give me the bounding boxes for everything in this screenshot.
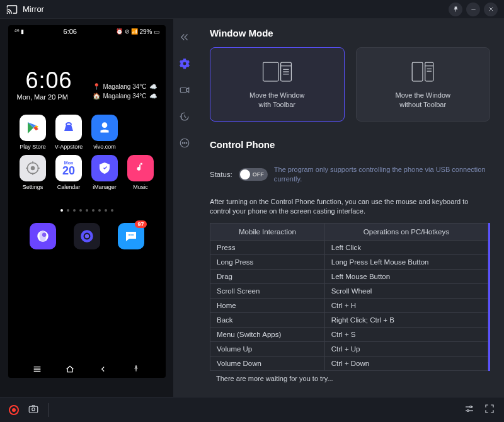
table-row: Menu (Switch Apps)Ctrl + S — [210, 327, 488, 341]
mode-with-toolbar[interactable]: Move the Window with Toolbar — [210, 47, 345, 122]
mode-without-toolbar[interactable]: Move the Window without Toolbar — [356, 47, 491, 122]
svg-point-25 — [186, 142, 187, 144]
hotkey-table: Mobile Interaction Operations on PC/Hotk… — [210, 223, 490, 371]
nav-home[interactable] — [64, 363, 76, 375]
phone-screen[interactable]: ⁴⁶ ▮ 6:06 ⏰ ⊘ 📶 29% ▭ 6:06 Mon, Mar 20 P… — [8, 25, 166, 378]
phone-mirror-panel: ⁴⁶ ▮ 6:06 ⏰ ⊘ 📶 29% ▭ 6:06 Mon, Mar 20 P… — [0, 19, 173, 397]
history-button[interactable] — [178, 110, 192, 123]
screenshot-button[interactable] — [28, 403, 39, 416]
app-label: vivo.com — [93, 144, 116, 150]
svg-rect-0 — [471, 9, 475, 9]
record-toggle-button[interactable] — [178, 83, 192, 97]
collapse-button[interactable] — [178, 30, 192, 44]
table-row: Scroll ScreenScroll Wheel — [210, 283, 488, 298]
svg-point-38 — [32, 408, 35, 411]
badge: 97 — [135, 220, 146, 228]
settings-gear-button[interactable] — [178, 57, 192, 71]
svg-point-10 — [42, 233, 46, 237]
svg-point-24 — [184, 142, 185, 144]
th-pc: Operations on PC/Hotkeys — [324, 223, 488, 240]
side-toolbar — [173, 19, 196, 397]
table-row: Long PressLong Press Left Mouse Button — [210, 254, 488, 269]
pin-button[interactable] — [449, 3, 462, 16]
svg-point-1 — [102, 122, 108, 128]
app-label: iManager — [93, 184, 117, 190]
svg-point-14 — [129, 234, 130, 236]
mode-label: Move the Window with Toolbar — [249, 91, 304, 110]
svg-rect-26 — [263, 62, 278, 81]
dock-messages[interactable]: 97 — [118, 223, 144, 249]
svg-rect-37 — [29, 406, 38, 413]
lock-date: Mon, Mar 20 PM — [17, 93, 72, 101]
svg-point-42 — [467, 410, 469, 412]
phone-clock: 6:06 — [64, 28, 77, 35]
pin-icon: 📍 — [93, 82, 100, 91]
fullscreen-button[interactable] — [484, 403, 495, 416]
table-row: BackRight Click; Ctrl + B — [210, 312, 488, 327]
control-toggle[interactable]: OFF — [239, 168, 268, 181]
svg-point-16 — [132, 234, 134, 236]
app-vappstore[interactable]: V-Appstore — [53, 115, 85, 150]
svg-rect-21 — [180, 88, 186, 93]
mode-label: Move the Window without Toolbar — [396, 91, 450, 110]
app-vivo[interactable]: vivo.com — [89, 115, 121, 150]
svg-point-40 — [470, 406, 472, 408]
titlebar: Mirror — [0, 0, 504, 19]
app-title: Mirror — [23, 4, 44, 14]
svg-point-23 — [182, 142, 183, 144]
app-settings[interactable]: Settings — [17, 155, 49, 190]
svg-rect-33 — [425, 62, 433, 81]
app-playstore[interactable]: Play Store — [17, 115, 49, 150]
record-button[interactable] — [9, 405, 19, 415]
dock-camera[interactable] — [74, 223, 100, 249]
table-row: PressLeft Click — [210, 240, 488, 254]
app-calendar[interactable]: Mon20Calendar — [53, 155, 85, 190]
cast-icon — [6, 4, 18, 15]
th-mobile: Mobile Interaction — [210, 223, 325, 240]
app-music[interactable]: Music — [125, 155, 157, 190]
more-button[interactable] — [178, 136, 192, 150]
status-description: The program only supports controlling th… — [274, 165, 490, 185]
app-label: Calendar — [57, 184, 81, 190]
nav-accessibility[interactable] — [130, 363, 142, 375]
svg-point-20 — [135, 365, 137, 367]
app-label: Play Store — [20, 144, 46, 150]
lock-clock: 6:06 — [26, 69, 72, 92]
close-button[interactable] — [484, 3, 498, 16]
nav-back[interactable] — [97, 363, 110, 375]
control-phone-title: Control Phone — [210, 139, 490, 150]
svg-point-3 — [31, 166, 35, 171]
svg-point-15 — [130, 234, 132, 236]
weather-widget: 📍Magalang 34°C☁️ 🏠Magalang 34°C☁️ — [93, 82, 156, 101]
signal-icon: ⁴⁶ ▮ — [14, 28, 25, 35]
more-text: There are more waiting for you to try... — [210, 371, 490, 386]
settings-sliders-button[interactable] — [464, 403, 475, 416]
svg-rect-32 — [412, 62, 423, 81]
minimize-button[interactable] — [466, 3, 480, 16]
phone-nav-bar — [8, 360, 166, 378]
svg-point-13 — [84, 234, 89, 239]
window-mode-title: Window Mode — [210, 28, 490, 38]
home-pin-icon: 🏠 — [93, 91, 100, 101]
table-row: Volume UpCtrl + Up — [210, 341, 488, 356]
phone-dock: 97 — [8, 212, 166, 249]
settings-panel: Window Mode Move the Window with Toolbar… — [196, 19, 504, 397]
app-grid: Play StoreV-Appstorevivo.comxSettingsMon… — [8, 101, 166, 190]
app-label: Settings — [23, 184, 43, 190]
bottom-bar — [0, 397, 504, 422]
dock-browser[interactable] — [30, 223, 56, 249]
separator — [48, 403, 49, 417]
table-row: DragLeft Mouse Button — [210, 269, 488, 283]
status-label: Status: — [210, 171, 232, 178]
instructions-text: After turning on the Control Phone funct… — [210, 197, 490, 217]
table-row: HomeCtrl + H — [210, 298, 488, 312]
phone-status-bar: ⁴⁶ ▮ 6:06 ⏰ ⊘ 📶 29% ▭ — [8, 25, 166, 38]
table-row: Volume DownCtrl + Down — [210, 356, 488, 370]
app-label: V-Appstore — [55, 144, 83, 150]
status-icons: ⏰ ⊘ 📶 29% ▭ — [116, 28, 159, 35]
battery-percent: 29% — [139, 28, 152, 35]
nav-menu[interactable] — [31, 363, 43, 375]
app-label: Music — [133, 184, 148, 190]
app-imanager[interactable]: iManager — [89, 155, 121, 190]
